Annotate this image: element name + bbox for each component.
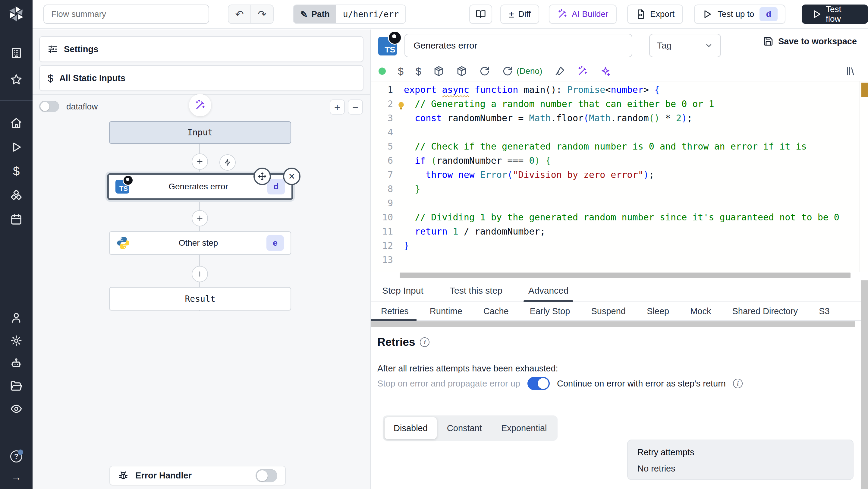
add-step-button[interactable] bbox=[192, 266, 208, 282]
add-step-button[interactable] bbox=[192, 153, 208, 170]
error-handler-toggle[interactable] bbox=[255, 469, 277, 482]
test-up-to-button[interactable]: Test up to d bbox=[694, 4, 785, 24]
workspace-icon[interactable] bbox=[10, 47, 22, 59]
subtab-suspend[interactable]: Suspend bbox=[591, 302, 626, 320]
resources-cubes-icon[interactable] bbox=[10, 189, 22, 202]
editor-toolbar: $ $ (Deno) bbox=[371, 63, 868, 79]
collapse-arrow-icon[interactable]: → bbox=[10, 471, 22, 483]
sparkles-icon[interactable] bbox=[600, 66, 611, 77]
flow-node-other-step[interactable]: Other step e bbox=[109, 231, 291, 255]
ai-wand-icon[interactable] bbox=[577, 66, 588, 77]
code-editor[interactable]: 12345678910111213 export async function … bbox=[371, 81, 868, 272]
subtab-early-stop[interactable]: Early Stop bbox=[530, 302, 570, 320]
step-title-input[interactable] bbox=[404, 34, 632, 57]
help-icon[interactable]: ? bbox=[10, 450, 22, 462]
code-line[interactable]: // Check if the generated random number … bbox=[404, 139, 856, 153]
export-button[interactable]: Export bbox=[627, 4, 683, 24]
dataflow-toggle[interactable] bbox=[39, 101, 59, 112]
user-icon[interactable] bbox=[10, 312, 22, 324]
home-icon[interactable] bbox=[10, 117, 22, 129]
code-line[interactable]: } bbox=[404, 182, 856, 196]
code-line[interactable]: const randomNumber = Math.floor(Math.ran… bbox=[404, 111, 856, 125]
tag-placeholder: Tag bbox=[657, 40, 672, 51]
code-line[interactable]: export async function main(): Promise<nu… bbox=[404, 83, 856, 97]
info-icon[interactable]: i bbox=[420, 337, 430, 347]
ai-flow-wand-button[interactable] bbox=[189, 94, 211, 116]
subtabs-horizontal-scrollbar[interactable] bbox=[371, 322, 855, 327]
code-line[interactable]: throw new Error("Division by zero error"… bbox=[404, 167, 856, 182]
folders-icon[interactable] bbox=[10, 380, 22, 392]
strategy-exponential[interactable]: Exponential bbox=[492, 417, 556, 439]
flow-node-input[interactable]: Input bbox=[109, 121, 291, 144]
help-notification-dot bbox=[18, 450, 23, 455]
variables-dollar-icon[interactable]: $ bbox=[10, 165, 22, 177]
subtab-mock[interactable]: Mock bbox=[690, 302, 711, 320]
panel-vertical-scrollbar[interactable] bbox=[861, 280, 868, 489]
windmill-logo-icon[interactable] bbox=[7, 4, 26, 24]
zoom-in-button[interactable]: + bbox=[330, 99, 345, 115]
docs-book-button[interactable] bbox=[469, 4, 492, 24]
subtab-retries[interactable]: Retries bbox=[381, 302, 409, 320]
subtab-runtime[interactable]: Runtime bbox=[430, 302, 462, 320]
code-line[interactable] bbox=[404, 253, 856, 267]
lightbulb-icon[interactable] bbox=[397, 100, 406, 109]
tag-select[interactable]: Tag bbox=[649, 34, 721, 57]
code-line[interactable]: // Dividing 1 by the generated random nu… bbox=[404, 210, 856, 224]
add-trigger-lightning-button[interactable] bbox=[219, 154, 236, 171]
editor-horizontal-scrollbar[interactable] bbox=[400, 273, 850, 278]
code-line[interactable]: // Generating a random number that can e… bbox=[404, 97, 856, 111]
subtab-shared-directory[interactable]: Shared Directory bbox=[732, 302, 798, 320]
chevron-down-icon bbox=[705, 41, 713, 50]
subtab-s3[interactable]: S3 bbox=[819, 302, 830, 320]
add-step-button[interactable] bbox=[192, 210, 208, 226]
dollar-icon[interactable]: $ bbox=[415, 65, 421, 77]
info-icon[interactable]: i bbox=[733, 379, 743, 388]
all-static-inputs-button[interactable]: $ All Static Inputs bbox=[39, 65, 364, 91]
subtab-sleep[interactable]: Sleep bbox=[647, 302, 669, 320]
package-icon[interactable] bbox=[456, 66, 467, 77]
audit-eye-icon[interactable] bbox=[10, 403, 22, 415]
line-number: 7 bbox=[371, 167, 393, 182]
zoom-out-button[interactable]: − bbox=[348, 99, 363, 115]
status-dot-icon bbox=[378, 67, 386, 75]
ai-builder-button[interactable]: AI Builder bbox=[549, 4, 617, 24]
code-line[interactable]: return 1 / randomNumber; bbox=[404, 224, 856, 239]
delete-step-button[interactable]: × bbox=[283, 167, 301, 185]
tab-test-this-step[interactable]: Test this step bbox=[450, 280, 502, 302]
flow-node-result[interactable]: Result bbox=[109, 287, 291, 310]
reset-icon[interactable] bbox=[479, 66, 490, 77]
continue-on-error-toggle[interactable] bbox=[527, 377, 550, 390]
package-icon[interactable] bbox=[433, 66, 444, 77]
path-button[interactable]: ✎ Path u/henri/err bbox=[293, 4, 406, 24]
code-line[interactable]: if (randomNumber === 0) { bbox=[404, 153, 856, 167]
undo-button[interactable]: ↶ bbox=[228, 4, 251, 24]
redo-button[interactable]: ↷ bbox=[251, 4, 274, 24]
move-step-handle[interactable] bbox=[253, 167, 271, 185]
flow-summary-input[interactable] bbox=[43, 4, 209, 24]
runs-play-icon[interactable] bbox=[10, 141, 22, 153]
tab-advanced[interactable]: Advanced bbox=[528, 280, 568, 302]
settings-gear-icon[interactable] bbox=[10, 335, 22, 347]
runtime-reset-group[interactable]: (Deno) bbox=[502, 66, 542, 77]
code-line[interactable] bbox=[404, 196, 856, 210]
save-to-workspace-button[interactable]: Save to workspace bbox=[763, 36, 857, 47]
strategy-constant[interactable]: Constant bbox=[438, 417, 491, 439]
format-brush-icon[interactable] bbox=[554, 66, 565, 77]
test-flow-button[interactable]: Test flow bbox=[802, 4, 868, 24]
code-line[interactable] bbox=[404, 125, 856, 139]
favorites-star-icon[interactable] bbox=[10, 73, 22, 86]
subtab-cache[interactable]: Cache bbox=[484, 302, 509, 320]
code-line[interactable]: } bbox=[404, 239, 856, 253]
flow-settings-button[interactable]: Settings bbox=[39, 36, 364, 62]
strategy-disabled[interactable]: Disabled bbox=[384, 417, 437, 439]
workers-robot-icon[interactable] bbox=[10, 358, 22, 370]
tab-step-input[interactable]: Step Input bbox=[382, 280, 424, 302]
diff-button[interactable]: ± Diff bbox=[500, 4, 539, 24]
library-icon[interactable] bbox=[845, 66, 856, 77]
test-up-to-step-badge[interactable]: d bbox=[760, 7, 778, 21]
schedules-calendar-icon[interactable] bbox=[10, 213, 22, 225]
windmill-flow-editor: $ ? → ↶ ↷ bbox=[0, 0, 868, 489]
error-handler-row[interactable]: Error Handler bbox=[110, 466, 286, 485]
step-title: Other step bbox=[130, 238, 267, 248]
dollar-icon[interactable]: $ bbox=[398, 65, 404, 77]
